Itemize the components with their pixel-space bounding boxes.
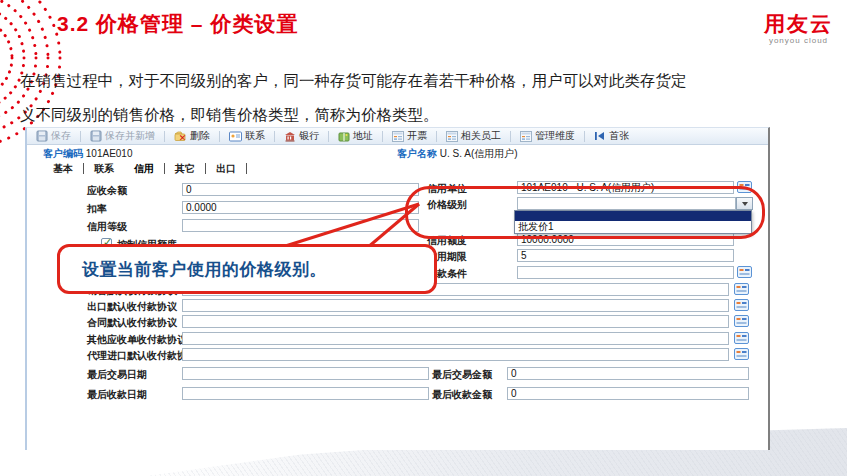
address-icon xyxy=(338,131,350,142)
form-row: 最后交易日期 最后交易金额 0 xyxy=(27,367,768,381)
agent-import-protocol-label: 代理进口默认收付款协议 xyxy=(87,349,197,363)
credit-limit-input[interactable]: 10000.0000 xyxy=(517,233,734,246)
contract-protocol-input[interactable] xyxy=(182,315,729,328)
bank-button[interactable]: 银行 xyxy=(275,128,328,144)
management-dimension-button[interactable]: 管理维度 xyxy=(511,128,584,144)
last-receipt-date-label: 最后收款日期 xyxy=(87,388,147,402)
contact-button[interactable]: 联系 xyxy=(220,128,274,144)
contact-icon xyxy=(229,131,242,142)
tab-separator xyxy=(246,163,247,174)
browse-icon[interactable] xyxy=(737,266,752,280)
last-trade-date-input[interactable] xyxy=(182,367,429,380)
browse-icon[interactable] xyxy=(734,348,749,362)
invoice-button[interactable]: 开票 xyxy=(383,128,436,144)
body-line-1: 在销售过程中，对于不同级别的客户，同一种存货可能存在着若干种价格，用户可以对此类… xyxy=(20,64,832,98)
customer-name-label: 客户名称 xyxy=(397,148,437,159)
form-row: 出口默认收付款协议 xyxy=(27,299,768,313)
svg-text:✕: ✕ xyxy=(179,133,187,142)
credit-unit-input[interactable]: 101AE010 - U. S. A(信用用户) xyxy=(517,181,734,194)
form-row: 信用单位 101AE010 - U. S. A(信用用户) xyxy=(27,181,768,195)
browse-icon[interactable] xyxy=(734,299,749,313)
tab-other[interactable]: 其它 xyxy=(165,162,205,176)
related-employees-button[interactable]: 相关员工 xyxy=(437,128,510,144)
dropdown-option-empty[interactable] xyxy=(515,211,751,221)
logo-text: 用友云 xyxy=(764,12,833,35)
dropdown-option-wholesale[interactable]: 批发价1 xyxy=(515,221,751,233)
last-trade-amount-input[interactable]: 0 xyxy=(507,367,749,380)
credit-unit-label: 信用单位 xyxy=(427,182,467,196)
agent-import-protocol-input[interactable] xyxy=(182,348,729,361)
employees-icon xyxy=(446,131,458,142)
save-icon xyxy=(36,130,48,142)
annotation-callout: 设置当前客户使用的价格级别。 xyxy=(57,244,437,294)
price-level-dropdown-arrow[interactable] xyxy=(736,197,753,210)
browse-icon[interactable] xyxy=(734,283,749,297)
price-level-dropdown-list: 批发价1 xyxy=(514,210,752,234)
customer-name-value: U. S. A(信用用户) xyxy=(440,148,518,159)
save-new-icon xyxy=(90,130,102,142)
callout-text: 设置当前客户使用的价格级别。 xyxy=(82,258,327,281)
form-row: 价格级别 xyxy=(27,197,768,211)
last-trade-amount-label: 最后交易金额 xyxy=(432,368,492,382)
record-header: 客户编码 101AE010 客户名称 U. S. A(信用用户) xyxy=(27,146,768,160)
other-receivable-protocol-input[interactable] xyxy=(182,332,729,345)
credit-period-input[interactable]: 5 xyxy=(517,249,734,262)
credit-grade-input[interactable] xyxy=(182,219,419,232)
body-paragraph: 在销售过程中，对于不同级别的客户，同一种存货可能存在着若干种价格，用户可以对此类… xyxy=(20,64,832,132)
credit-grade-label: 信用等级 xyxy=(87,220,127,234)
price-level-combobox[interactable] xyxy=(517,197,736,210)
invoice-icon xyxy=(392,131,404,142)
other-receivable-protocol-label: 其他应收单收付款协议 xyxy=(87,333,187,347)
chevron-down-icon xyxy=(742,202,748,206)
page-title: 3.2 价格管理 – 价类设置 xyxy=(57,10,298,38)
export-protocol-input[interactable] xyxy=(182,299,729,312)
form-row: 其他应收单收付款协议 xyxy=(27,332,768,346)
form-row: 合同默认收付款协议 xyxy=(27,315,768,329)
logo-subtext: yonyou cloud xyxy=(764,36,833,45)
yonyou-logo: 用友云 yonyou cloud xyxy=(764,12,833,45)
first-icon xyxy=(594,131,606,141)
toolbar: 保存 保存并新增 ✕ 删除 联系 银行 地址 开票 xyxy=(27,128,768,145)
credit-limit-label: 信用额度 xyxy=(427,234,467,248)
last-receipt-amount-input[interactable]: 0 xyxy=(507,387,749,400)
save-button[interactable]: 保存 xyxy=(27,128,80,144)
price-level-label: 价格级别 xyxy=(427,198,467,212)
browse-icon[interactable] xyxy=(737,181,752,195)
browse-icon[interactable] xyxy=(734,332,749,346)
customer-code-value: 101AE010 xyxy=(86,148,133,159)
tab-contact[interactable]: 联系 xyxy=(84,162,124,176)
last-trade-date-label: 最后交易日期 xyxy=(87,368,147,382)
customer-code-label: 客户编码 xyxy=(43,148,83,159)
tab-credit[interactable]: 信用 xyxy=(124,162,164,176)
tab-bar: 基本 联系 信用 其它 出口 xyxy=(43,161,247,176)
dimension-icon xyxy=(520,131,532,142)
export-protocol-label: 出口默认收付款协议 xyxy=(87,300,177,314)
tab-export[interactable]: 出口 xyxy=(206,162,246,176)
bank-icon xyxy=(284,131,296,142)
contract-protocol-label: 合同默认收付款协议 xyxy=(87,316,177,330)
save-and-new-button[interactable]: 保存并新增 xyxy=(81,128,164,144)
delete-icon: ✕ xyxy=(174,130,187,142)
form-row: 最后收款日期 最后收款金额 0 xyxy=(27,387,768,401)
last-receipt-amount-label: 最后收款金额 xyxy=(432,388,492,402)
form-row: 代理进口默认收付款协议 xyxy=(27,348,768,362)
tab-basic[interactable]: 基本 xyxy=(43,162,83,176)
address-button[interactable]: 地址 xyxy=(329,128,382,144)
delete-button[interactable]: ✕ 删除 xyxy=(165,128,219,144)
browse-icon[interactable] xyxy=(734,315,749,329)
erp-screenshot-panel: 保存 保存并新增 ✕ 删除 联系 银行 地址 开票 xyxy=(25,127,770,450)
first-record-button[interactable]: 首张 xyxy=(585,128,638,144)
last-receipt-date-input[interactable] xyxy=(182,387,429,400)
payment-terms-input[interactable] xyxy=(517,266,734,279)
